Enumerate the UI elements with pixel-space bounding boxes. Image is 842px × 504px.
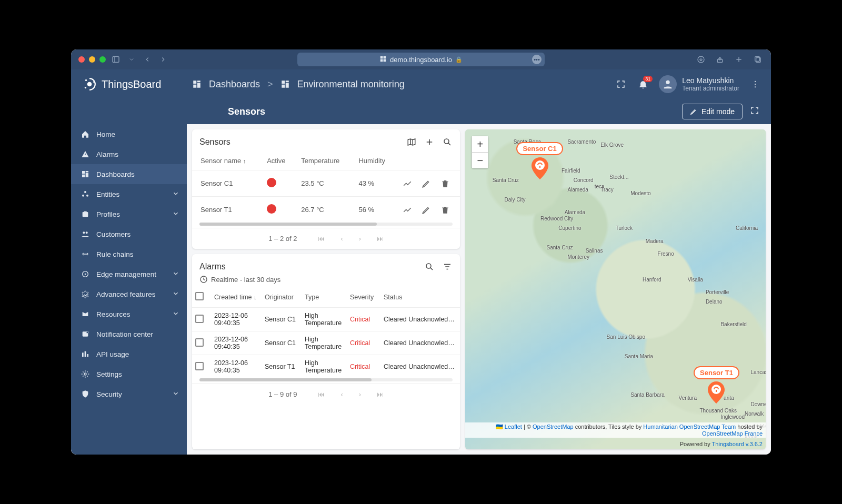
svg-rect-45 [85, 351, 86, 357]
svg-point-62 [711, 385, 721, 394]
horizontal-scrollbar[interactable] [199, 378, 453, 381]
col-status[interactable]: Status [380, 287, 460, 308]
download-icon[interactable] [695, 54, 707, 65]
row-checkbox[interactable] [195, 362, 204, 370]
sidebar-item-label: Security [96, 390, 122, 398]
osmfr-link[interactable]: OpenStreetMap France [702, 430, 763, 437]
breadcrumb-dashboards[interactable]: Dashboards [209, 79, 260, 90]
thingsboard-link[interactable]: Thingsboard v.3.6.2 [712, 441, 763, 447]
table-row[interactable]: 2023-12-06 09:40:35Sensor C1High Tempera… [192, 331, 460, 355]
sidebar-item-api-usage[interactable]: API usage [71, 344, 187, 364]
close-window-button[interactable] [78, 56, 85, 63]
first-page-button[interactable]: ⏮ [318, 390, 325, 398]
osm-link[interactable]: OpenStreetMap [533, 424, 574, 430]
cell-status: Cleared Unacknowledged [380, 308, 460, 331]
chart-icon[interactable] [402, 205, 413, 215]
filter-icon[interactable] [442, 261, 453, 272]
sidebar-item-edge-management[interactable]: Edge management [71, 264, 187, 284]
sidebar-item-security[interactable]: Security [71, 384, 187, 404]
map-toggle-icon[interactable] [406, 137, 417, 147]
sidebar-item-rule-chains[interactable]: Rule chains [71, 244, 187, 264]
zoom-in-button[interactable]: + [472, 136, 488, 152]
sidebar-item-advanced-features[interactable]: Advanced features [71, 284, 187, 304]
zoom-out-button[interactable]: − [472, 152, 488, 168]
col-type[interactable]: Type [302, 287, 347, 308]
table-row[interactable]: Sensor T126.7 °C56 % [192, 197, 460, 223]
share-icon[interactable] [714, 54, 726, 65]
svg-point-15 [93, 81, 95, 83]
tabs-overview-icon[interactable] [752, 54, 764, 65]
home-icon [81, 129, 90, 139]
col-active[interactable]: Active [262, 152, 296, 170]
more-menu-button[interactable] [749, 78, 761, 90]
prev-page-button[interactable]: ‹ [340, 235, 343, 243]
user-menu[interactable]: Leo Matyushkin Tenant administrator [659, 75, 739, 93]
chevron-down-icon [172, 290, 179, 299]
browser-back-button[interactable] [142, 54, 153, 65]
row-checkbox[interactable] [195, 338, 204, 347]
alarms-timerange[interactable]: Realtime - last 30 days [192, 273, 460, 287]
pencil-icon[interactable] [421, 205, 432, 215]
trash-icon[interactable] [440, 178, 450, 189]
map-marker[interactable]: Sensor T1 [694, 366, 739, 404]
row-checkbox[interactable] [195, 315, 204, 323]
sidebar-item-customers[interactable]: Customers [71, 224, 187, 244]
table-row[interactable]: Sensor C123.5 °C43 % [192, 170, 460, 197]
edit-mode-button[interactable]: Edit mode [682, 104, 743, 119]
maximize-window-button[interactable] [99, 56, 106, 63]
search-icon[interactable] [442, 137, 453, 147]
sidebar-item-settings[interactable]: Settings [71, 364, 187, 384]
prev-page-button[interactable]: ‹ [340, 390, 343, 398]
brand[interactable]: ThingsBoard [71, 77, 187, 91]
city-label: Delano [706, 299, 723, 305]
table-row[interactable]: 2023-12-06 09:40:35Sensor C1High Tempera… [192, 308, 460, 331]
profiles-icon [81, 209, 90, 219]
sidebar-item-resources[interactable]: Resources [71, 304, 187, 324]
city-label: Daly City [505, 197, 526, 203]
col-severity[interactable]: Severity [347, 287, 380, 308]
sidebar-item-home[interactable]: Home [71, 124, 187, 144]
svg-rect-13 [755, 57, 760, 62]
browser-forward-button[interactable] [157, 54, 169, 65]
col-temperature[interactable]: Temperature [296, 152, 353, 170]
expand-button[interactable] [750, 106, 759, 117]
sidebar-item-notification-center[interactable]: Notification center [71, 324, 187, 344]
pencil-icon[interactable] [421, 178, 432, 189]
notifications-button[interactable]: 31 [637, 78, 649, 90]
col-created[interactable]: Created time ↓ [211, 287, 262, 308]
hot-link[interactable]: Humanitarian OpenStreetMap Team [643, 424, 736, 430]
next-page-button[interactable]: › [359, 235, 361, 243]
col-originator[interactable]: Originator [262, 287, 302, 308]
sidebar-item-entities[interactable]: Entities [71, 184, 187, 204]
next-page-button[interactable]: › [359, 390, 361, 398]
trash-icon[interactable] [440, 205, 450, 215]
sidebar-item-profiles[interactable]: Profiles [71, 204, 187, 224]
sidebar-item-dashboards[interactable]: Dashboards [71, 164, 187, 184]
chevron-down-icon [172, 190, 179, 199]
url-bar[interactable]: demo.thingsboard.io 🔒 ••• [297, 53, 545, 66]
map-card[interactable]: Santa RosaSacramentoElk GroveFairfieldSa… [465, 129, 766, 449]
col-sensor-name[interactable]: Sensor name ↑ [192, 152, 262, 170]
chevron-down-icon[interactable] [126, 54, 137, 65]
last-page-button[interactable]: ⏭ [377, 390, 384, 398]
sidebar-item-alarms[interactable]: Alarms [71, 144, 187, 164]
browser-sidebar-toggle[interactable] [110, 54, 122, 65]
brand-text: ThingsBoard [102, 78, 161, 90]
new-tab-icon[interactable] [733, 54, 745, 65]
select-all-checkbox[interactable] [195, 292, 204, 300]
search-icon[interactable] [424, 261, 435, 272]
first-page-button[interactable]: ⏮ [318, 235, 325, 243]
table-row[interactable]: 2023-12-06 09:40:35Sensor T1High Tempera… [192, 355, 460, 379]
col-humidity[interactable]: Humidity [353, 152, 397, 170]
minimize-window-button[interactable] [89, 56, 95, 63]
map-marker[interactable]: Sensor C1 [516, 142, 563, 179]
horizontal-scrollbar[interactable] [199, 223, 453, 226]
chart-icon[interactable] [402, 178, 413, 189]
reader-button[interactable]: ••• [532, 55, 542, 64]
breadcrumb-current: Environmental monitoring [297, 79, 405, 90]
cell-active [262, 197, 296, 223]
leaflet-link[interactable]: Leaflet [505, 424, 522, 430]
fullscreen-button[interactable] [615, 78, 627, 90]
add-button[interactable] [424, 137, 435, 147]
last-page-button[interactable]: ⏭ [377, 235, 384, 243]
